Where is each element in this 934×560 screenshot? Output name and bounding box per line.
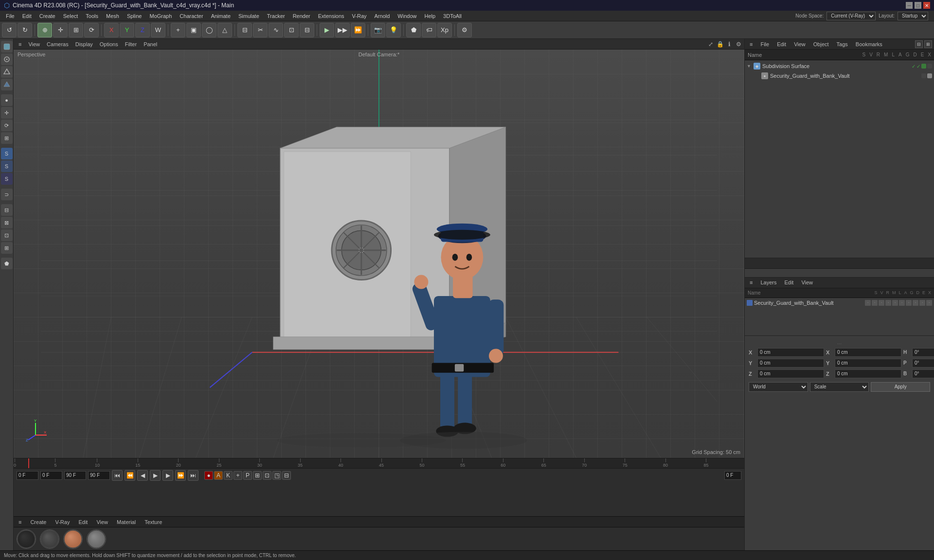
viewport[interactable]: Z Y X Perspective Default Camera:* Grid …	[14, 50, 744, 458]
record-button[interactable]: ●	[204, 471, 213, 480]
next-key-button[interactable]: ⏩	[175, 470, 186, 481]
menu-item-file[interactable]: File	[2, 12, 18, 20]
menu-item-mograph[interactable]: MoGraph	[145, 12, 176, 20]
menu-item-edit[interactable]: Edit	[18, 12, 36, 20]
add-key-button[interactable]: +	[234, 471, 242, 480]
layers-view-menu[interactable]: View	[798, 279, 816, 286]
scale-button[interactable]: ⊞	[69, 23, 83, 37]
menu-item-simulate[interactable]: Simulate	[234, 12, 263, 20]
viewport-cameras-menu[interactable]: Cameras	[44, 40, 72, 48]
menu-item-help[interactable]: Help	[420, 12, 439, 20]
viewport-lock-icon[interactable]: 🔒	[716, 40, 724, 48]
move-button[interactable]: ✛	[53, 23, 68, 37]
viewport-panel-menu[interactable]: Panel	[141, 40, 160, 48]
end-frame-input[interactable]	[88, 471, 110, 480]
menu-item-animate[interactable]: Animate	[207, 12, 234, 20]
material-button[interactable]: ⬟	[406, 23, 421, 37]
material-edit-menu[interactable]: Edit	[75, 518, 90, 526]
material-view-menu[interactable]: View	[93, 518, 111, 526]
sidebar-point-mode[interactable]	[1, 53, 13, 65]
box-select-button[interactable]: ▣	[186, 23, 201, 37]
menu-item-render[interactable]: Render	[289, 12, 314, 20]
menu-item-create[interactable]: Create	[36, 12, 59, 20]
world-space-button[interactable]: W	[151, 23, 165, 37]
sidebar-s3[interactable]: S	[1, 173, 13, 185]
x-coord-input[interactable]	[757, 348, 824, 357]
layer-row-0[interactable]: Security_Guard_with_Bank_Vault ·········…	[745, 298, 934, 308]
obj-file-menu[interactable]: File	[757, 40, 772, 48]
render-region-button[interactable]: ▶▶	[335, 23, 350, 37]
viewport-display-menu[interactable]: Display	[72, 40, 96, 48]
viewport-view-menu[interactable]: View	[25, 40, 43, 48]
viewport-options-menu[interactable]: Options	[97, 40, 121, 48]
menu-item-3dtoall[interactable]: 3DToAll	[439, 12, 466, 20]
autokey-button[interactable]: A	[214, 471, 223, 480]
menu-item-tracker[interactable]: Tracker	[263, 12, 289, 20]
sidebar-grid4[interactable]: ⊞	[1, 242, 13, 254]
world-dropdown[interactable]: World Object	[749, 382, 808, 392]
y-axis-button[interactable]: Y	[120, 23, 134, 37]
menu-item-arnold[interactable]: Arnold	[371, 12, 394, 20]
layers-layers-menu[interactable]: Layers	[757, 279, 779, 286]
sidebar-polygon-mode[interactable]	[1, 79, 13, 90]
menu-item-v-ray[interactable]: V-Ray	[348, 12, 371, 20]
sidebar-edge-mode[interactable]	[1, 66, 13, 78]
obj-edit-menu[interactable]: Edit	[774, 40, 789, 48]
render-all-button[interactable]: ⏩	[351, 23, 365, 37]
x-axis-button[interactable]: X	[104, 23, 119, 37]
close-button[interactable]: ✕	[923, 2, 930, 9]
light-button[interactable]: 💡	[386, 23, 401, 37]
lasso-button[interactable]: ◯	[202, 23, 216, 37]
layers-edit-menu[interactable]: Edit	[781, 279, 796, 286]
menu-item-window[interactable]: Window	[394, 12, 420, 20]
sidebar-tool1[interactable]: ⬟	[1, 258, 13, 269]
prev-key-button[interactable]: ⏪	[125, 470, 135, 481]
obj-manager-icon2[interactable]: ⊞	[924, 40, 932, 48]
menu-item-select[interactable]: Select	[59, 12, 82, 20]
material-menu-toggle[interactable]: ≡	[16, 518, 24, 526]
b-input[interactable]	[912, 369, 934, 378]
weld-button[interactable]: ∿	[269, 23, 283, 37]
timeline-more1[interactable]: ⊞	[253, 471, 262, 480]
settings-button[interactable]: ⚙	[457, 23, 472, 37]
material-material-menu[interactable]: Material	[114, 518, 139, 526]
add-object-button[interactable]: +	[171, 23, 185, 37]
obj-manager-icon1[interactable]: ⊟	[915, 40, 923, 48]
x-rot-input[interactable]	[835, 348, 901, 357]
menu-item-character[interactable]: Character	[176, 12, 207, 20]
h-input[interactable]	[912, 348, 934, 357]
sidebar-scale-tool[interactable]: ⊞	[1, 132, 13, 144]
current-pos-display[interactable]	[724, 471, 741, 480]
viewport-menu-toggle[interactable]: ≡	[16, 40, 24, 48]
obj-menu-toggle[interactable]: ≡	[747, 40, 755, 48]
rotate-button[interactable]: ⟳	[84, 23, 99, 37]
layout-dropdown[interactable]: Startup	[898, 12, 928, 20]
undo-button[interactable]: ↺	[2, 23, 17, 37]
material-vray-menu[interactable]: V-Ray	[52, 518, 72, 526]
obj-object-menu[interactable]: Object	[810, 40, 832, 48]
object-row-0[interactable]: ▼ ◆ Subdivision Surface ✓ ✓	[745, 61, 934, 71]
timeline-more4[interactable]: ⊟	[282, 471, 291, 480]
sidebar-object-mode[interactable]	[1, 41, 13, 52]
node-space-dropdown[interactable]: Current (V-Ray)	[826, 12, 876, 20]
timeline-more2[interactable]: ⊡	[263, 471, 271, 480]
go-end-button[interactable]: ⏭	[188, 470, 198, 481]
menu-item-spline[interactable]: Spline	[123, 12, 146, 20]
render-button[interactable]: ▶	[320, 23, 334, 37]
menu-item-extensions[interactable]: Extensions	[314, 12, 348, 20]
start-frame-input[interactable]	[17, 471, 38, 480]
timeline-ruler[interactable]: 051015202530354045505560657075808590	[14, 458, 744, 468]
next-frame-button[interactable]: ▶	[162, 470, 173, 481]
sidebar-brush1[interactable]: ⊃	[1, 189, 13, 200]
viewport-fullscreen-icon[interactable]: ⤢	[707, 40, 715, 48]
scale-dropdown[interactable]: Scale	[810, 382, 869, 392]
xpresso-button[interactable]: Xp	[437, 23, 452, 37]
live-selection-button[interactable]: ⊕	[37, 23, 52, 37]
sidebar-rotate-tool[interactable]: ⟳	[1, 120, 13, 131]
sidebar-s1[interactable]: S	[1, 148, 13, 159]
z-axis-button[interactable]: Z	[135, 23, 150, 37]
object-row-1[interactable]: ● Security_Guard_with_Bank_Vault	[745, 71, 934, 81]
minimize-button[interactable]: ─	[906, 2, 913, 9]
menu-item-tools[interactable]: Tools	[82, 12, 102, 20]
redo-button[interactable]: ↻	[18, 23, 32, 37]
